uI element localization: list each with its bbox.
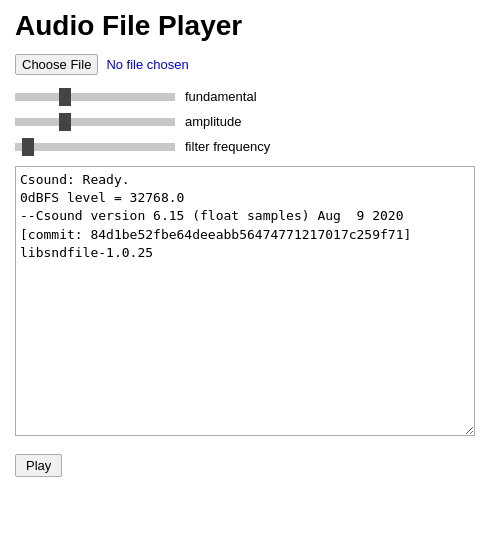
page-title: Audio File Player [15, 10, 485, 42]
slider-row-filter-frequency: filter frequency [15, 139, 485, 154]
choose-file-button[interactable]: Choose File [15, 54, 98, 75]
play-button[interactable]: Play [15, 454, 62, 477]
slider-label-amplitude: amplitude [185, 114, 305, 129]
slider-label-filter-frequency: filter frequency [185, 139, 305, 154]
slider-label-fundamental: fundamental [185, 89, 305, 104]
slider-amplitude[interactable] [15, 118, 175, 126]
slider-fundamental[interactable] [15, 93, 175, 101]
file-input-row: Choose File No file chosen [15, 54, 485, 75]
file-status-label: No file chosen [106, 57, 188, 72]
slider-filter-frequency[interactable] [15, 143, 175, 151]
sliders-section: fundamentalamplitudefilter frequency [15, 89, 485, 154]
play-button-row: Play [15, 454, 485, 477]
slider-row-fundamental: fundamental [15, 89, 485, 104]
slider-row-amplitude: amplitude [15, 114, 485, 129]
console-output[interactable] [15, 166, 475, 436]
